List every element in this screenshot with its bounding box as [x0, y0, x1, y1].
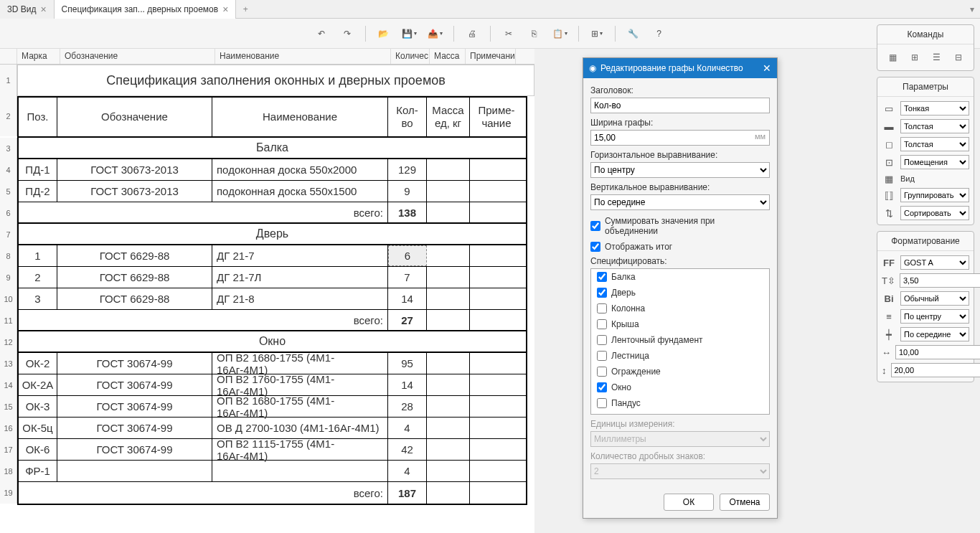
cell-qty[interactable]: 4 — [388, 461, 427, 481]
row-header[interactable]: 7 — [0, 224, 17, 245]
cell-poz[interactable]: 1 — [19, 245, 57, 266]
cell-note[interactable] — [470, 181, 523, 202]
size-input[interactable] — [900, 273, 980, 288]
cell-poz[interactable]: ОК-3 — [19, 396, 57, 417]
cell-qty[interactable]: 14 — [388, 374, 427, 395]
cell-des[interactable]: ГОСТ 30674-99 — [57, 396, 212, 417]
spec-item[interactable]: Балка — [591, 269, 769, 285]
cell-des[interactable]: ГОСТ 30674-99 — [57, 374, 212, 395]
row-header[interactable]: 13 — [0, 353, 17, 374]
spec-item[interactable]: Колонна — [591, 301, 769, 316]
dialog-titlebar[interactable]: ◉ Редактирование графы Количество ✕ — [583, 58, 777, 78]
cell-des[interactable]: ГОСТ 6629-88 — [57, 245, 212, 266]
col-header[interactable]: Марка — [17, 49, 60, 64]
cell-name[interactable]: подоконная доска 550х1500 — [212, 181, 388, 202]
tab-3d-view[interactable]: 3D Вид × — [0, 0, 55, 19]
cell-name[interactable]: ОП В2 1115-1755 (4М1-16Аг-4М1) — [212, 439, 388, 460]
width2-input[interactable] — [891, 363, 981, 377]
cell-poz[interactable]: ОК-5ц — [19, 418, 57, 438]
cell-mass[interactable] — [427, 461, 470, 481]
halign-select[interactable]: По центру — [900, 309, 969, 324]
row-header[interactable]: 14 — [0, 374, 17, 396]
row-header[interactable]: 1 — [0, 65, 17, 96]
valign-select[interactable]: По середине — [900, 327, 969, 341]
cell-qty[interactable]: 9 — [388, 181, 427, 202]
cell-name[interactable]: ОВ Д 2700-1030 (4М1-16Аг-4М1) — [212, 418, 388, 438]
close-icon[interactable]: ✕ — [763, 62, 771, 74]
cell-qty[interactable]: 129 — [388, 159, 427, 180]
cell-poz[interactable]: ПД-1 — [19, 159, 57, 180]
close-icon[interactable]: × — [40, 4, 46, 15]
row-header[interactable]: 6 — [0, 202, 17, 224]
spec-item[interactable]: Крыша — [591, 316, 769, 332]
spec-item[interactable]: Ленточный фундамент — [591, 332, 769, 348]
layout-button[interactable]: ⊞▾ — [586, 23, 608, 44]
cell-name[interactable]: ОП В2 1680-1755 (4М1-16Аг-4М1) — [212, 353, 388, 374]
cell-note[interactable] — [470, 353, 523, 374]
cell-note[interactable] — [470, 439, 523, 460]
row-header[interactable]: 4 — [0, 159, 17, 181]
cell-des[interactable]: ГОСТ 30674-99 — [57, 418, 212, 438]
group-select[interactable]: Группировать — [900, 188, 969, 202]
spec-item[interactable]: Дверь — [591, 285, 769, 301]
cell-mass[interactable] — [427, 181, 470, 202]
col-header[interactable]: Масса — [430, 49, 466, 64]
cell-mass[interactable] — [427, 159, 470, 180]
delete-icon[interactable]: ⊟ — [950, 49, 967, 66]
cell-note[interactable] — [470, 461, 523, 481]
cell-qty[interactable]: 4 — [388, 418, 427, 438]
cell-name[interactable]: ОП В2 1760-1755 (4М1-16Аг-4М1) — [212, 374, 388, 395]
cell-mass[interactable] — [427, 267, 470, 288]
row-header[interactable]: 19 — [0, 482, 17, 504]
cell-des[interactable]: ГОСТ 6629-88 — [57, 267, 212, 288]
row-header[interactable]: 2 — [0, 96, 17, 136]
undo-button[interactable]: ↶ — [311, 23, 332, 44]
cell-qty[interactable]: 95 — [388, 353, 427, 374]
row-header[interactable]: 8 — [0, 245, 17, 267]
rooms-select[interactable]: Помещения — [900, 155, 969, 169]
col-header[interactable]: Наименование — [215, 49, 391, 64]
row-header[interactable]: 3 — [0, 138, 17, 159]
spec-item[interactable]: Лестница — [591, 348, 769, 364]
cell-note[interactable] — [470, 245, 523, 266]
redo-button[interactable]: ↷ — [336, 23, 358, 44]
cell-mass[interactable] — [427, 396, 470, 417]
line-thick-select[interactable]: Толстая — [900, 119, 969, 133]
cell-note[interactable] — [470, 396, 523, 417]
row-header[interactable]: 18 — [0, 461, 17, 482]
copy-button[interactable]: ⎘ — [524, 23, 545, 44]
cut-button[interactable]: ✂ — [498, 23, 519, 44]
cell-poz[interactable]: ПД-2 — [19, 181, 57, 202]
cell-des[interactable]: ГОСТ 6629-88 — [57, 288, 212, 309]
cell-name[interactable] — [212, 461, 388, 481]
cell-note[interactable] — [470, 374, 523, 395]
cell-poz[interactable]: ОК-2А — [19, 374, 57, 395]
cell-poz[interactable]: 3 — [19, 288, 57, 309]
spec-item[interactable]: Пандус — [591, 395, 769, 411]
open-button[interactable]: 📂 — [373, 23, 395, 44]
row-header[interactable]: 12 — [0, 331, 17, 353]
cell-poz[interactable]: 2 — [19, 267, 57, 288]
sort-select[interactable]: Сортировать — [900, 206, 969, 220]
col-header[interactable]: Количес — [391, 49, 430, 64]
cell-name[interactable]: подоконная доска 550х2000 — [212, 159, 388, 180]
view-label[interactable]: Вид — [900, 174, 969, 183]
cell-poz[interactable]: ОК-6 — [19, 439, 57, 460]
cell-name[interactable]: ОП В2 1680-1755 (4М1-16Аг-4М1) — [212, 396, 388, 417]
cell-name[interactable]: ДГ 21-7 — [212, 245, 388, 266]
grid-icon[interactable]: ▦ — [884, 49, 901, 66]
help-button[interactable]: ? — [649, 23, 670, 44]
cell-mass[interactable] — [427, 439, 470, 460]
cell-des[interactable]: ГОСТ 30673-2013 — [57, 181, 212, 202]
cell-qty[interactable]: 42 — [388, 439, 427, 460]
tab-menu-icon[interactable]: ▾ — [970, 4, 974, 14]
width1-input[interactable] — [895, 345, 980, 359]
cell-note[interactable] — [470, 159, 523, 180]
cell-name[interactable]: ДГ 21-7Л — [212, 267, 388, 288]
paste-button[interactable]: 📋▾ — [550, 23, 571, 44]
line-thin-select[interactable]: Тонкая — [900, 101, 969, 115]
halign-select[interactable]: По центру — [590, 162, 770, 178]
cell-mass[interactable] — [427, 245, 470, 266]
cell-mass[interactable] — [427, 288, 470, 309]
sum-checkbox[interactable]: Суммировать значения при объединении — [590, 216, 770, 236]
